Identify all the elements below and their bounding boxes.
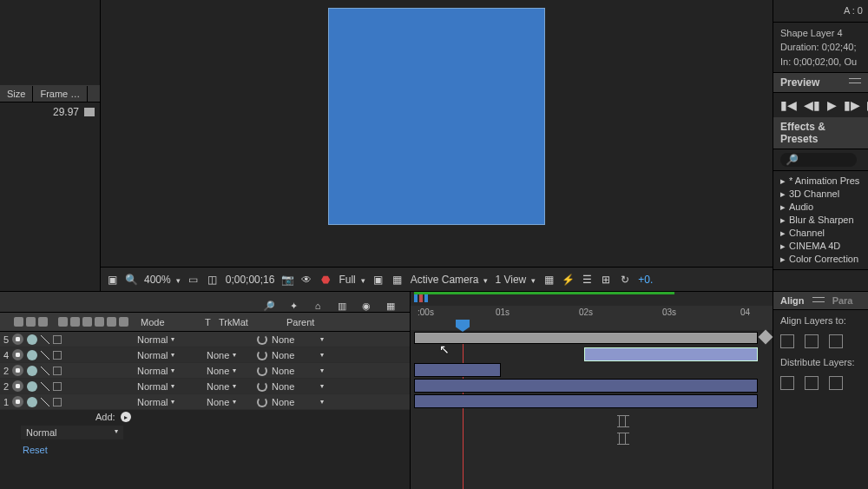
layer-bar[interactable] — [414, 332, 758, 344]
panel-menu-icon[interactable] — [849, 76, 861, 85]
trkmat-dropdown[interactable]: None — [207, 381, 257, 392]
col-mode[interactable]: Mode — [137, 317, 201, 327]
label-header-icon[interactable] — [70, 317, 80, 327]
distribute-top-icon[interactable] — [780, 376, 794, 390]
parent-dropdown[interactable]: None — [272, 334, 324, 345]
first-frame-icon[interactable]: ▮◀ — [780, 98, 797, 112]
col-t[interactable]: T — [201, 317, 215, 327]
distribute-bottom-icon[interactable] — [829, 376, 843, 390]
roi-icon[interactable]: ▣ — [372, 274, 385, 286]
parent-dropdown[interactable]: None — [272, 397, 324, 407]
lock-header-icon[interactable] — [38, 317, 48, 327]
flowchart-icon[interactable]: ⊞ — [600, 274, 612, 286]
motionblur-icon[interactable]: ◉ — [360, 300, 372, 312]
color-management-icon[interactable]: ⬣ — [319, 274, 332, 286]
parent-dropdown[interactable]: None — [272, 381, 324, 392]
distribute-vcenter-icon[interactable] — [805, 376, 819, 390]
fast-preview-icon[interactable]: ⚡ — [562, 274, 574, 286]
panel-menu-icon[interactable] — [812, 295, 825, 304]
solo-header-icon[interactable] — [26, 317, 36, 327]
quality-icon[interactable] — [41, 351, 49, 360]
blend-mode-dropdown[interactable]: Normal — [137, 334, 193, 345]
blend-mode-dropdown[interactable]: Normal — [137, 397, 193, 407]
search-layer-icon[interactable]: 🔎 — [263, 300, 275, 312]
pickwhip-icon[interactable] — [257, 397, 267, 407]
preset-item[interactable]: Audio — [780, 201, 861, 214]
quality-icon[interactable] — [41, 398, 49, 406]
comp-mini-icon[interactable]: ✦ — [287, 300, 299, 312]
quality-icon[interactable] — [41, 382, 49, 391]
parent-dropdown[interactable]: None — [272, 366, 324, 376]
label-color-icon[interactable] — [53, 351, 62, 360]
timeline-graph[interactable]: :00s 01s 02s 03s 04 — [410, 292, 773, 489]
eye-icon[interactable] — [12, 334, 23, 345]
work-area-end-icon[interactable] — [424, 294, 428, 302]
pixel-aspect-icon[interactable]: ▦ — [542, 274, 555, 286]
trkmat-dropdown[interactable]: None — [207, 397, 257, 407]
eye-header-icon[interactable] — [14, 317, 23, 327]
zoom-dropdown[interactable]: 400% — [144, 274, 181, 286]
mask-toggle-icon[interactable]: ◫ — [207, 274, 219, 286]
pickwhip-icon[interactable] — [257, 350, 267, 360]
align-title-row[interactable]: Align Para — [773, 292, 868, 310]
snapshot-icon[interactable]: 📷 — [281, 274, 293, 286]
safe-zones-icon[interactable]: ▭ — [187, 274, 200, 286]
layer-bar[interactable] — [414, 394, 758, 408]
current-timecode[interactable]: 0;00;00;16 — [226, 274, 275, 286]
solo-icon[interactable] — [27, 350, 37, 360]
preset-item[interactable]: Color Correction — [780, 253, 861, 266]
work-area-start-icon[interactable] — [414, 294, 418, 302]
play-icon[interactable]: ▶ — [827, 98, 837, 112]
solo-icon[interactable] — [27, 381, 37, 392]
preset-item[interactable]: Channel — [780, 227, 861, 240]
col-size[interactable]: Size — [0, 86, 33, 102]
label-color-icon[interactable] — [53, 382, 62, 391]
align-hcenter-icon[interactable] — [805, 334, 819, 348]
frameblend-icon[interactable]: ▥ — [336, 300, 348, 312]
comp-end-marker-icon[interactable] — [759, 330, 773, 345]
timeline-toggle-icon[interactable]: ☰ — [581, 274, 593, 286]
parent-dropdown[interactable]: None — [272, 350, 324, 360]
solo-icon[interactable] — [27, 397, 37, 407]
blend-mode-dropdown[interactable]: Normal — [137, 350, 193, 360]
label-color-icon[interactable] — [53, 367, 62, 375]
trkmat-dropdown[interactable]: None — [207, 366, 257, 376]
effects-search-input[interactable]: 🔎 — [780, 153, 857, 167]
graph-editor-icon[interactable]: ▦ — [385, 300, 397, 312]
eye-icon[interactable] — [12, 349, 23, 360]
col-trkmat[interactable]: TrkMat — [215, 317, 283, 327]
transparency-grid-icon[interactable]: ▦ — [391, 274, 404, 286]
eye-icon[interactable] — [12, 365, 23, 376]
display-channel-icon[interactable]: ▣ — [106, 274, 118, 286]
align-left-icon[interactable] — [780, 334, 794, 348]
show-snapshot-icon[interactable]: 👁 — [300, 274, 312, 286]
quality-icon[interactable] — [41, 367, 49, 375]
effects-panel-title[interactable]: Effects & Presets — [773, 117, 868, 149]
next-frame-icon[interactable]: ▮▶ — [844, 98, 860, 112]
blend-mode-dropdown[interactable]: Normal — [137, 366, 193, 376]
add-shape-icon[interactable]: ▸ — [121, 412, 131, 422]
shy-icon[interactable]: ⌂ — [312, 300, 324, 312]
layer-bar[interactable] — [414, 379, 758, 393]
canvas[interactable] — [101, 0, 773, 267]
layer-bar[interactable] — [584, 347, 758, 361]
magnify-icon[interactable]: 🔍 — [125, 274, 137, 286]
align-right-icon[interactable] — [829, 334, 843, 348]
3d-header-icon[interactable] — [119, 317, 128, 327]
preset-item[interactable]: CINEMA 4D — [780, 240, 861, 253]
pickwhip-icon[interactable] — [257, 381, 267, 392]
work-area-handle-icon[interactable] — [419, 294, 423, 302]
solo-icon[interactable] — [27, 334, 37, 345]
preset-item[interactable]: Blur & Sharpen — [780, 214, 861, 227]
adj-header-icon[interactable] — [107, 317, 116, 327]
solo-icon[interactable] — [27, 366, 37, 376]
blend-mode-dropdown[interactable]: Normal — [137, 381, 193, 392]
time-ruler[interactable]: :00s 01s 02s 03s 04 — [411, 292, 773, 332]
resolution-dropdown[interactable]: Full — [339, 274, 365, 286]
trkmat-dropdown[interactable]: None — [207, 350, 257, 360]
playhead-icon[interactable] — [456, 320, 470, 332]
layer-bar[interactable] — [414, 363, 501, 377]
pickwhip-icon[interactable] — [257, 334, 267, 345]
viewcount-dropdown[interactable]: 1 View — [495, 274, 536, 286]
prev-frame-icon[interactable]: ◀▮ — [804, 98, 820, 112]
